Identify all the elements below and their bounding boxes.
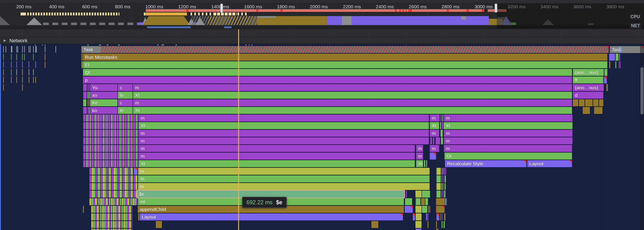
network-track-header[interactable]: ▶ Network: [0, 37, 644, 44]
flame-bar[interactable]: [604, 77, 607, 83]
flame-bar[interactable]: [445, 198, 446, 205]
flame-bar-xt[interactable]: Xt: [133, 92, 572, 99]
flame-bar[interactable]: [83, 153, 138, 159]
flame-bar[interactable]: [405, 206, 413, 213]
flame-bar[interactable]: [620, 61, 620, 68]
flame-bar[interactable]: [134, 168, 138, 175]
flame-bar[interactable]: [83, 115, 138, 121]
flame-bar-c[interactable]: c: [118, 84, 132, 91]
flame-bar[interactable]: [443, 175, 444, 182]
flame-bar[interactable]: [441, 191, 442, 197]
flame-bar-m[interactable]: m: [138, 168, 430, 175]
flame-bar-m[interactable]: m: [133, 99, 572, 106]
flame-bar[interactable]: [424, 160, 425, 167]
flame-bar[interactable]: [428, 213, 428, 220]
flame-bar[interactable]: [593, 99, 598, 106]
flame-bar[interactable]: [594, 107, 602, 114]
flame-bar-m[interactable]: m: [430, 145, 439, 152]
disclosure-triangle-icon[interactable]: ▶: [4, 39, 6, 43]
flame-bar-ft[interactable]: ft: [573, 77, 603, 83]
flame-bar-qt[interactable]: Qt: [83, 69, 572, 76]
flame-bar[interactable]: [88, 84, 88, 91]
flame-bar-e[interactable]: $e: [137, 191, 404, 197]
flame-bar[interactable]: [416, 191, 422, 197]
flame-bar-m[interactable]: m: [133, 84, 572, 91]
flame-bar[interactable]: [406, 191, 407, 197]
flame-bar[interactable]: [444, 191, 446, 197]
flame-bar-ko[interactable]: ko: [90, 107, 118, 114]
flame-bar-le[interactable]: le: [118, 92, 132, 99]
flame-bar[interactable]: [604, 69, 607, 76]
flame-bar-m[interactable]: m: [444, 137, 572, 144]
flame-bar-m[interactable]: m: [444, 130, 572, 137]
flame-bar-m[interactable]: m: [139, 130, 429, 137]
flame-bar[interactable]: [436, 198, 444, 205]
flame-bar[interactable]: [90, 168, 133, 175]
flame-bar[interactable]: [89, 84, 90, 91]
flame-bar-xt[interactable]: Xt: [444, 122, 572, 129]
flame-bar[interactable]: [436, 175, 441, 182]
flame-bar-runmicrotasks[interactable]: Run Microtasks: [83, 54, 607, 61]
flame-bar-m[interactable]: m: [416, 145, 423, 152]
flame-bar[interactable]: [446, 168, 446, 175]
flame-bar[interactable]: [444, 213, 446, 220]
flame-bar[interactable]: [88, 92, 88, 99]
flame-bar[interactable]: [421, 198, 425, 205]
flame-bar[interactable]: [90, 175, 137, 182]
flame-bar[interactable]: [436, 137, 440, 144]
flame-bar[interactable]: [156, 221, 162, 228]
flame-bar[interactable]: [441, 137, 443, 144]
flame-bar[interactable]: [579, 99, 584, 106]
flame-bar[interactable]: [83, 122, 138, 129]
flame-bar-m[interactable]: m: [139, 137, 429, 144]
flame-bar[interactable]: [91, 221, 132, 228]
flame-bar-xt[interactable]: Xt: [133, 107, 572, 114]
flame-bar[interactable]: [446, 198, 447, 205]
flame-bar[interactable]: [90, 198, 137, 205]
flame-bar[interactable]: [443, 183, 444, 190]
flame-bar[interactable]: [405, 198, 412, 205]
flame-bar-xt[interactable]: Xt: [416, 160, 423, 167]
flame-bar[interactable]: [83, 160, 138, 167]
flame-bar[interactable]: [90, 183, 137, 190]
flame-bar-anoous[interactable]: (ano…ous): [573, 84, 604, 91]
flame-bar[interactable]: [444, 221, 445, 228]
flame-bar[interactable]: [430, 137, 432, 144]
flame-bar[interactable]: [90, 191, 136, 197]
flame-bar[interactable]: [442, 115, 443, 121]
flame-bar[interactable]: [609, 61, 610, 68]
flame-bar[interactable]: [426, 160, 427, 167]
flame-bar[interactable]: [443, 191, 444, 197]
flame-bar[interactable]: [428, 221, 428, 228]
flame-bar-xo[interactable]: xo: [90, 92, 118, 99]
flame-bar-m[interactable]: m: [444, 145, 572, 152]
flame-bar-m[interactable]: m: [430, 115, 440, 121]
scrollbar-thumb[interactable]: [640, 67, 644, 115]
flame-bar[interactable]: [83, 137, 138, 144]
flame-bar[interactable]: [416, 206, 422, 213]
flame-bar[interactable]: [440, 130, 443, 137]
window-resize-handle[interactable]: [220, 4, 223, 13]
flame-bar[interactable]: [616, 54, 618, 61]
flame-bar-m[interactable]: m: [430, 130, 439, 137]
flame-bar-m[interactable]: m: [444, 115, 572, 121]
flame-bar-yu[interactable]: Yu: [90, 84, 118, 91]
flame-bar-c[interactable]: c: [118, 99, 132, 106]
flame-bar[interactable]: [619, 61, 620, 68]
flame-bar[interactable]: [91, 206, 132, 213]
flame-bar-recalculatestyle[interactable]: Recalculate Style: [445, 160, 526, 167]
flame-bar[interactable]: [89, 92, 90, 99]
flame-bar[interactable]: [83, 92, 87, 99]
flame-bar[interactable]: [442, 175, 442, 182]
flame-bar[interactable]: [436, 229, 438, 230]
flame-bar-anoous[interactable]: (ano…ous): [573, 69, 604, 76]
flame-bar[interactable]: [436, 221, 437, 228]
flame-bar[interactable]: [442, 221, 442, 228]
flame-bar-m[interactable]: m: [138, 183, 430, 190]
flame-bar[interactable]: [616, 61, 616, 68]
flame-bar[interactable]: [440, 122, 441, 129]
flame-bar[interactable]: [416, 198, 420, 205]
flame-bar-le[interactable]: le: [118, 107, 132, 114]
flame-bar[interactable]: [82, 61, 82, 68]
flame-bar-d[interactable]: d: [573, 92, 603, 99]
